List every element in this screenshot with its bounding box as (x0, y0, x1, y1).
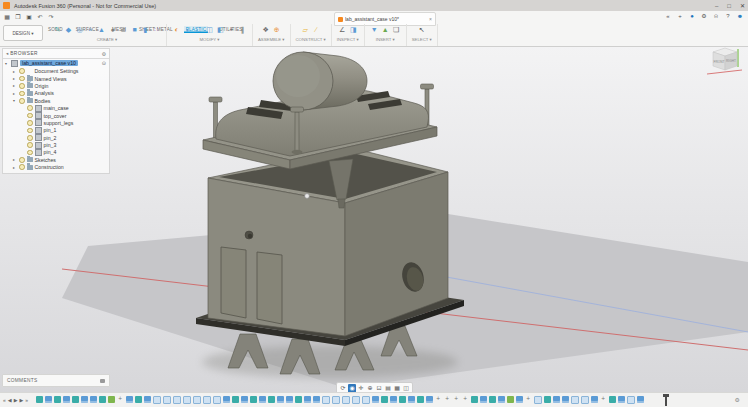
browser-item[interactable]: ▸ Origin (3, 82, 109, 89)
minimize-button[interactable]: – (715, 3, 718, 9)
timeline-feature-icon[interactable] (213, 396, 221, 404)
timeline-feature-icon[interactable] (203, 396, 211, 404)
notifications-bell-icon[interactable]: ⍾ (712, 12, 720, 21)
help-icon[interactable]: ? (724, 12, 732, 21)
timeline-feature-icon[interactable] (553, 396, 560, 403)
visibility-bulb-icon[interactable] (27, 135, 33, 141)
timeline-feature-icon[interactable] (332, 396, 340, 404)
timeline-feature-icon[interactable] (399, 396, 406, 403)
timeline-feature-icon[interactable] (90, 396, 97, 403)
timeline-feature-icon[interactable] (352, 396, 360, 404)
main-case-body[interactable] (208, 148, 448, 336)
section-analysis-icon[interactable]: ◨ (349, 25, 358, 35)
timeline-feature-icon[interactable] (471, 396, 478, 403)
save-icon[interactable]: ▣ (25, 13, 33, 21)
expand-arrow-icon[interactable]: ▾ (13, 98, 17, 103)
timeline-feature-icon[interactable] (173, 396, 181, 404)
extrude-icon[interactable]: ◆ (64, 25, 73, 35)
timeline-feature-icon[interactable] (268, 396, 275, 403)
visibility-bulb-icon[interactable] (27, 113, 33, 119)
visibility-bulb-icon[interactable] (27, 128, 33, 134)
expand-arrow-icon[interactable]: ▸ (13, 91, 17, 96)
timeline-feature-icon[interactable] (45, 396, 52, 403)
browser-item[interactable]: ▸ Document Settings (3, 68, 109, 75)
timeline-feature-icon[interactable] (372, 396, 379, 403)
job-status-icon[interactable]: ● (688, 12, 696, 21)
timeline-feature-icon[interactable] (117, 396, 124, 403)
timeline-feature-icon[interactable] (435, 396, 442, 403)
timeline-feature-icon[interactable] (525, 396, 532, 403)
timeline-feature-icon[interactable] (390, 396, 397, 403)
timeline-feature-icon[interactable] (63, 396, 70, 403)
timeline-feature-icon[interactable] (72, 396, 79, 403)
step-back-icon[interactable]: ◀ (8, 396, 12, 404)
timeline-feature-icon[interactable] (507, 396, 514, 403)
timeline-feature-icon[interactable] (600, 396, 607, 403)
timeline-feature-icon[interactable] (193, 396, 201, 404)
timeline-feature-icon[interactable] (241, 396, 248, 403)
group-label-inspect[interactable]: INSPECT ▾ (337, 37, 359, 42)
visibility-bulb-icon[interactable] (19, 76, 25, 82)
split-body-icon[interactable]: ◧ (216, 25, 225, 35)
timeline-feature-icon[interactable] (408, 396, 415, 403)
browser-item[interactable]: ▸ Sketches (3, 156, 109, 163)
timeline-feature-icon[interactable] (153, 396, 161, 404)
3d-viewport[interactable] (0, 0, 748, 407)
timeline-settings-gear-icon[interactable]: ⚙ (735, 396, 740, 404)
timeline-feature-icon[interactable] (126, 396, 133, 403)
timeline-feature-icon[interactable] (99, 396, 106, 403)
undo-icon[interactable]: ↶ (36, 13, 44, 21)
timeline-feature-icon[interactable] (36, 396, 43, 403)
timeline-feature-icon[interactable] (54, 396, 61, 403)
timeline-feature-icon[interactable] (362, 396, 370, 404)
timeline-feature-icon[interactable] (163, 396, 171, 404)
browser-item[interactable]: pin_4 (3, 149, 109, 156)
timeline-feature-icon[interactable] (444, 396, 451, 403)
expand-arrow-icon[interactable]: ▾ (5, 61, 9, 66)
timeline-feature-icon[interactable] (498, 396, 505, 403)
timeline-feature-icon[interactable] (480, 396, 487, 403)
play-icon[interactable]: ▶ (14, 396, 18, 404)
cylinder-primitive-icon[interactable]: ▮ (141, 25, 150, 35)
timeline-feature-icon[interactable] (304, 396, 311, 403)
timeline-feature-icon[interactable] (250, 396, 257, 403)
browser-item[interactable]: pin_3 (3, 141, 109, 148)
browser-item[interactable]: top_cover (3, 112, 109, 119)
measure-icon[interactable]: ∠ (338, 25, 347, 35)
browser-item[interactable]: ▸ Construction (3, 164, 109, 171)
timeline-feature-icon[interactable] (286, 396, 293, 403)
timeline-feature-icon[interactable] (295, 396, 302, 403)
visibility-bulb-icon[interactable] (19, 68, 25, 74)
timeline-feature-icon[interactable] (313, 396, 320, 403)
group-label-create[interactable]: CREATE ▾ (97, 37, 117, 42)
head-cylinder-body[interactable] (273, 52, 367, 110)
data-panel-icon[interactable]: ▦ (3, 13, 11, 21)
pattern-icon[interactable]: ∷ (152, 25, 161, 35)
timeline-feature-icon[interactable] (426, 396, 433, 403)
timeline-feature-icon[interactable] (516, 396, 523, 403)
group-label-modify[interactable]: MODIFY ▾ (200, 37, 220, 42)
extend-icon[interactable]: + (676, 12, 684, 21)
browser-item[interactable]: pin_2 (3, 134, 109, 141)
visibility-bulb-icon[interactable] (27, 142, 33, 148)
browser-item[interactable]: ▾ Bodies (3, 97, 109, 104)
thread-icon[interactable]: ≣ (119, 25, 128, 35)
combine-icon[interactable]: ◫ (205, 25, 214, 35)
visibility-bulb-icon[interactable] (19, 83, 25, 89)
workspace-selector[interactable]: DESIGN ▾ (3, 25, 43, 41)
go-to-end-icon[interactable]: » (25, 396, 28, 404)
group-label-assemble[interactable]: ASSEMBLE ▾ (258, 37, 285, 42)
visibility-bulb-icon[interactable] (27, 150, 33, 156)
go-to-start-icon[interactable]: « (3, 396, 6, 404)
comments-bar[interactable]: COMMENTS (2, 374, 110, 387)
visibility-bulb-icon[interactable] (19, 164, 25, 170)
step-forward-icon[interactable]: ▶ (20, 396, 24, 404)
group-label-select[interactable]: SELECT ▾ (412, 37, 432, 42)
timeline-feature-icon[interactable] (462, 396, 469, 403)
timeline-feature-icon[interactable] (381, 396, 388, 403)
timeline-feature-icon[interactable] (183, 396, 191, 404)
timeline-feature-icon[interactable] (232, 396, 239, 403)
timeline-feature-icon[interactable] (144, 396, 151, 403)
align-icon[interactable]: ∥ (238, 25, 247, 35)
timeline-feature-icon[interactable] (259, 396, 266, 403)
